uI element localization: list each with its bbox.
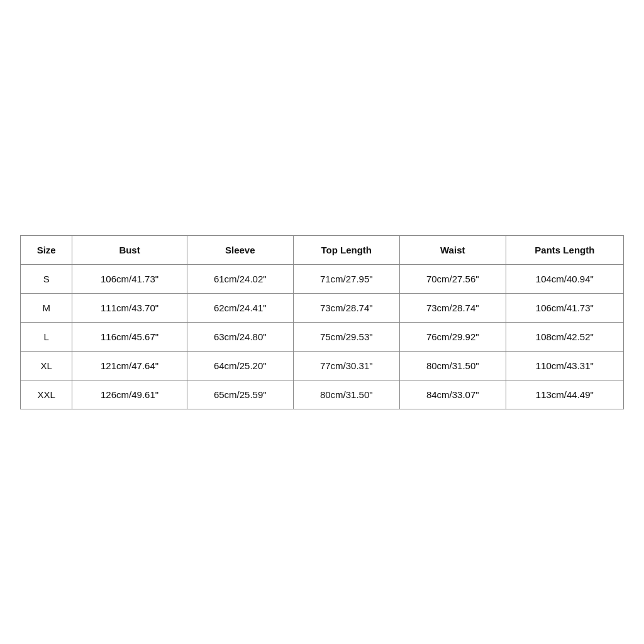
cell-pants-length: 104cm/40.94"	[506, 264, 623, 293]
table-row: XL121cm/47.64"64cm/25.20"77cm/30.31"80cm…	[21, 351, 624, 380]
cell-waist: 70cm/27.56"	[399, 264, 506, 293]
cell-top-length: 77cm/30.31"	[293, 351, 399, 380]
cell-waist: 84cm/33.07"	[399, 380, 506, 409]
size-chart-table: Size Bust Sleeve Top Length Waist Pants …	[20, 235, 624, 409]
header-pants-length: Pants Length	[506, 235, 623, 264]
table-header-row: Size Bust Sleeve Top Length Waist Pants …	[21, 235, 624, 264]
cell-sleeve: 65cm/25.59"	[187, 380, 293, 409]
cell-bust: 111cm/43.70"	[72, 293, 187, 322]
cell-sleeve: 64cm/25.20"	[187, 351, 293, 380]
header-sleeve: Sleeve	[187, 235, 293, 264]
cell-size: XL	[21, 351, 72, 380]
cell-bust: 106cm/41.73"	[72, 264, 187, 293]
cell-sleeve: 61cm/24.02"	[187, 264, 293, 293]
cell-size: L	[21, 322, 72, 351]
cell-bust: 121cm/47.64"	[72, 351, 187, 380]
cell-size: M	[21, 293, 72, 322]
header-size: Size	[21, 235, 72, 264]
cell-pants-length: 108cm/42.52"	[506, 322, 623, 351]
cell-size: XXL	[21, 380, 72, 409]
cell-pants-length: 106cm/41.73"	[506, 293, 623, 322]
cell-sleeve: 63cm/24.80"	[187, 322, 293, 351]
table-row: L116cm/45.67"63cm/24.80"75cm/29.53"76cm/…	[21, 322, 624, 351]
cell-top-length: 75cm/29.53"	[293, 322, 399, 351]
cell-bust: 126cm/49.61"	[72, 380, 187, 409]
table-row: XXL126cm/49.61"65cm/25.59"80cm/31.50"84c…	[21, 380, 624, 409]
cell-waist: 80cm/31.50"	[399, 351, 506, 380]
header-top-length: Top Length	[293, 235, 399, 264]
table-row: S106cm/41.73"61cm/24.02"71cm/27.95"70cm/…	[21, 264, 624, 293]
table-row: M111cm/43.70"62cm/24.41"73cm/28.74"73cm/…	[21, 293, 624, 322]
size-chart-container: Size Bust Sleeve Top Length Waist Pants …	[20, 235, 624, 409]
cell-size: S	[21, 264, 72, 293]
cell-sleeve: 62cm/24.41"	[187, 293, 293, 322]
cell-pants-length: 113cm/44.49"	[506, 380, 623, 409]
cell-top-length: 73cm/28.74"	[293, 293, 399, 322]
cell-top-length: 80cm/31.50"	[293, 380, 399, 409]
cell-bust: 116cm/45.67"	[72, 322, 187, 351]
cell-waist: 73cm/28.74"	[399, 293, 506, 322]
cell-waist: 76cm/29.92"	[399, 322, 506, 351]
header-bust: Bust	[72, 235, 187, 264]
cell-pants-length: 110cm/43.31"	[506, 351, 623, 380]
header-waist: Waist	[399, 235, 506, 264]
cell-top-length: 71cm/27.95"	[293, 264, 399, 293]
